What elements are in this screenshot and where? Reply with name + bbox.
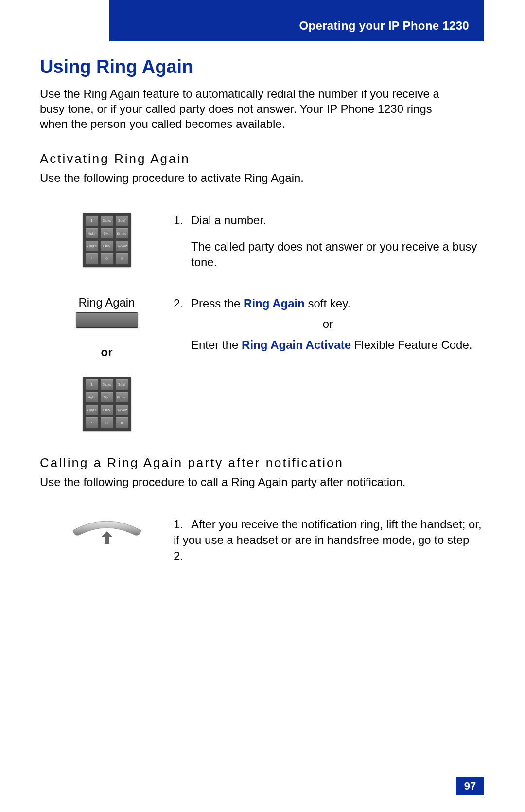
section2-step1-graphic: [40, 516, 174, 548]
keypad-icon: 1 2abc 3def 4ghi 5jkl 6mno 7pqrs 8tuv 9w…: [83, 213, 131, 267]
section1-intro: Use the following procedure to activate …: [40, 171, 482, 185]
key2-6: 6mno: [115, 392, 129, 403]
section2-intro: Use the following procedure to call a Ri…: [40, 475, 482, 489]
key2-7: 7pqrs: [85, 404, 99, 415]
key-8: 8tuv: [100, 240, 114, 252]
key2-9: 9wxyz: [115, 404, 129, 415]
key2-1: 1: [85, 379, 99, 390]
s2-step1-text: After you receive the notification ring,…: [174, 518, 482, 562]
key-hash: #: [115, 253, 129, 264]
key-7: 7pqrs: [85, 240, 99, 252]
section2-step1-text: 1.After you receive the notification rin…: [174, 516, 482, 564]
page-number-text: 97: [464, 780, 476, 793]
step1-number: 1.: [174, 213, 191, 228]
key-6: 6mno: [115, 228, 129, 239]
step2-enter-prefix: Enter the: [191, 338, 242, 351]
key2-2: 2abc: [100, 379, 114, 390]
subheading-activating: Activating Ring Again: [40, 151, 482, 166]
key2-8: 8tuv: [100, 404, 114, 415]
key-5: 5jkl: [100, 228, 114, 239]
page-header-text: Operating your IP Phone 1230: [299, 19, 469, 33]
key-4: 4ghi: [85, 228, 99, 239]
key-3: 3def: [115, 215, 129, 226]
page-content: Using Ring Again Use the Ring Again feat…: [40, 56, 482, 588]
step2-suffix1: soft key.: [305, 297, 350, 310]
intro-paragraph: Use the Ring Again feature to automatica…: [40, 86, 463, 132]
softkey-button-icon: [76, 312, 138, 328]
key2-0: 0: [100, 417, 114, 428]
step2-or-center: or: [174, 316, 482, 332]
or-text-left: or: [101, 345, 113, 359]
key2-star: *: [85, 417, 99, 428]
step1-line1: Dial a number.: [191, 214, 266, 227]
key-0: 0: [100, 253, 114, 264]
step2-hl2: Ring Again Activate: [242, 338, 351, 351]
s2-step1-number: 1.: [174, 517, 191, 532]
subheading-calling: Calling a Ring Again party after notific…: [40, 455, 482, 470]
key2-5: 5jkl: [100, 392, 114, 403]
key2-4: 4ghi: [85, 392, 99, 403]
softkey-wrap: Ring Again: [76, 296, 138, 328]
step2-text: 2.Press the Ring Again soft key. or Ente…: [174, 295, 482, 353]
key2-hash: #: [115, 417, 129, 428]
handset-lift-icon: [68, 517, 146, 548]
step2-suffix2: Flexible Feature Code.: [351, 338, 472, 351]
step2-row: Ring Again or 1 2abc 3def 4ghi 5jkl 6mno…: [40, 295, 482, 431]
key2-3: 3def: [115, 379, 129, 390]
step2-prefix: Press the: [191, 297, 244, 310]
step1-graphic: 1 2abc 3def 4ghi 5jkl 6mno 7pqrs 8tuv 9w…: [40, 212, 174, 267]
page-number: 97: [456, 777, 484, 795]
key-1: 1: [85, 215, 99, 226]
step1-line2: The called party does not answer or you …: [191, 239, 482, 271]
key-star: *: [85, 253, 99, 264]
softkey-label: Ring Again: [78, 296, 135, 309]
heading-using-ring-again: Using Ring Again: [40, 56, 482, 77]
step1-row: 1 2abc 3def 4ghi 5jkl 6mno 7pqrs 8tuv 9w…: [40, 212, 482, 271]
step2-graphic: Ring Again or 1 2abc 3def 4ghi 5jkl 6mno…: [40, 295, 174, 431]
page-header-band: Operating your IP Phone 1230: [109, 0, 484, 41]
step1-text: 1.Dial a number. The called party does n…: [174, 212, 482, 271]
step2-number: 2.: [174, 296, 191, 311]
step2-hl1: Ring Again: [244, 297, 305, 310]
key-2: 2abc: [100, 215, 114, 226]
keypad-icon-2: 1 2abc 3def 4ghi 5jkl 6mno 7pqrs 8tuv 9w…: [83, 377, 131, 431]
key-9: 9wxyz: [115, 240, 129, 252]
section2-step1-row: 1.After you receive the notification rin…: [40, 516, 482, 564]
